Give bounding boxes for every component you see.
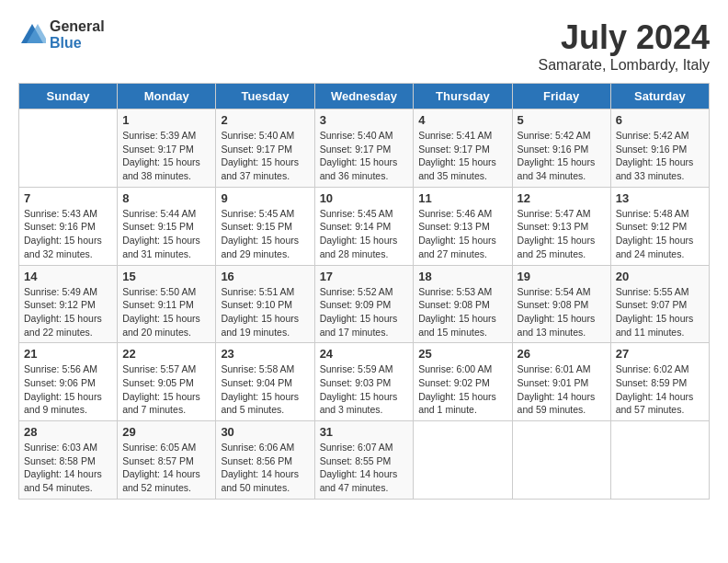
calendar-cell: 20Sunrise: 5:55 AMSunset: 9:07 PMDayligh… [610,265,709,343]
day-info: Sunrise: 5:45 AMSunset: 9:14 PMDaylight:… [320,207,409,261]
calendar-cell: 6Sunrise: 5:42 AMSunset: 9:16 PMDaylight… [610,109,709,188]
day-info: Sunrise: 5:52 AMSunset: 9:09 PMDaylight:… [320,285,409,339]
calendar-cell: 1Sunrise: 5:39 AMSunset: 9:17 PMDaylight… [118,109,216,188]
calendar-cell [19,109,118,188]
day-number: 27 [616,347,704,361]
calendar-cell [610,421,709,500]
day-number: 25 [418,347,506,361]
day-info: Sunrise: 5:40 AMSunset: 9:17 PMDaylight:… [221,129,309,183]
day-number: 22 [122,347,210,361]
weekday-header-monday: Monday [118,84,216,109]
day-number: 3 [320,113,409,127]
day-info: Sunrise: 6:06 AMSunset: 8:56 PMDaylight:… [221,441,309,495]
day-number: 5 [518,113,606,127]
day-info: Sunrise: 5:46 AMSunset: 9:13 PMDaylight:… [418,207,506,261]
calendar-cell: 28Sunrise: 6:03 AMSunset: 8:58 PMDayligh… [19,421,118,500]
day-info: Sunrise: 5:44 AMSunset: 9:15 PMDaylight:… [122,207,210,261]
day-number: 15 [122,270,210,283]
day-info: Sunrise: 5:47 AMSunset: 9:13 PMDaylight:… [518,207,606,261]
calendar-cell: 21Sunrise: 5:56 AMSunset: 9:06 PMDayligh… [19,343,118,421]
day-info: Sunrise: 5:45 AMSunset: 9:15 PMDaylight:… [221,207,309,261]
calendar-cell: 5Sunrise: 5:42 AMSunset: 9:16 PMDaylight… [512,109,610,188]
day-number: 1 [122,113,210,127]
day-info: Sunrise: 5:56 AMSunset: 9:06 PMDaylight:… [24,362,112,417]
day-number: 11 [418,191,506,205]
day-number: 24 [320,347,409,361]
weekday-header-tuesday: Tuesday [216,84,314,109]
calendar-cell: 11Sunrise: 5:46 AMSunset: 9:13 PMDayligh… [414,187,512,265]
day-number: 20 [616,270,704,283]
day-info: Sunrise: 5:49 AMSunset: 9:12 PMDaylight:… [24,285,112,339]
day-info: Sunrise: 5:58 AMSunset: 9:04 PMDaylight:… [221,362,309,417]
day-info: Sunrise: 5:55 AMSunset: 9:07 PMDaylight:… [616,285,704,339]
calendar-cell: 9Sunrise: 5:45 AMSunset: 9:15 PMDaylight… [216,187,314,265]
day-info: Sunrise: 5:53 AMSunset: 9:08 PMDaylight:… [418,285,506,339]
day-number: 23 [221,347,309,361]
day-info: Sunrise: 5:42 AMSunset: 9:16 PMDaylight:… [616,129,704,183]
day-number: 12 [518,191,606,205]
calendar-cell: 10Sunrise: 5:45 AMSunset: 9:14 PMDayligh… [314,187,414,265]
calendar-cell [414,421,512,500]
calendar-cell: 31Sunrise: 6:07 AMSunset: 8:55 PMDayligh… [314,421,414,500]
day-info: Sunrise: 6:05 AMSunset: 8:57 PMDaylight:… [122,441,210,495]
weekday-header-wednesday: Wednesday [314,84,414,109]
calendar-cell: 14Sunrise: 5:49 AMSunset: 9:12 PMDayligh… [19,265,118,343]
calendar-cell: 29Sunrise: 6:05 AMSunset: 8:57 PMDayligh… [118,421,216,500]
calendar-cell [512,421,610,500]
calendar-cell: 24Sunrise: 5:59 AMSunset: 9:03 PMDayligh… [314,343,414,421]
logo-icon [18,21,46,49]
day-info: Sunrise: 6:02 AMSunset: 8:59 PMDaylight:… [616,362,704,417]
day-info: Sunrise: 6:01 AMSunset: 9:01 PMDaylight:… [518,362,606,417]
logo: General Blue [18,18,105,52]
day-number: 4 [418,113,506,127]
day-info: Sunrise: 5:59 AMSunset: 9:03 PMDaylight:… [320,362,409,417]
location-title: Samarate, Lombardy, Italy [539,57,710,74]
calendar-table: SundayMondayTuesdayWednesdayThursdayFrid… [18,83,710,500]
weekday-header-saturday: Saturday [610,84,709,109]
day-info: Sunrise: 5:41 AMSunset: 9:17 PMDaylight:… [418,129,506,183]
calendar-cell: 7Sunrise: 5:43 AMSunset: 9:16 PMDaylight… [19,187,118,265]
day-number: 14 [24,270,112,283]
day-info: Sunrise: 6:03 AMSunset: 8:58 PMDaylight:… [24,441,112,495]
day-number: 10 [320,191,409,205]
day-info: Sunrise: 5:51 AMSunset: 9:10 PMDaylight:… [221,285,309,339]
weekday-header-friday: Friday [512,84,610,109]
day-info: Sunrise: 6:07 AMSunset: 8:55 PMDaylight:… [320,441,409,495]
calendar-cell: 8Sunrise: 5:44 AMSunset: 9:15 PMDaylight… [118,187,216,265]
day-number: 13 [616,191,704,205]
calendar-cell: 22Sunrise: 5:57 AMSunset: 9:05 PMDayligh… [118,343,216,421]
calendar-cell: 12Sunrise: 5:47 AMSunset: 9:13 PMDayligh… [512,187,610,265]
calendar-cell: 16Sunrise: 5:51 AMSunset: 9:10 PMDayligh… [216,265,314,343]
day-number: 8 [122,191,210,205]
calendar-cell: 4Sunrise: 5:41 AMSunset: 9:17 PMDaylight… [414,109,512,188]
calendar-cell: 19Sunrise: 5:54 AMSunset: 9:08 PMDayligh… [512,265,610,343]
day-info: Sunrise: 6:00 AMSunset: 9:02 PMDaylight:… [418,362,506,417]
day-info: Sunrise: 5:54 AMSunset: 9:08 PMDaylight:… [518,285,606,339]
day-info: Sunrise: 5:57 AMSunset: 9:05 PMDaylight:… [122,362,210,417]
day-info: Sunrise: 5:39 AMSunset: 9:17 PMDaylight:… [122,129,210,183]
calendar-cell: 25Sunrise: 6:00 AMSunset: 9:02 PMDayligh… [414,343,512,421]
day-info: Sunrise: 5:40 AMSunset: 9:17 PMDaylight:… [320,129,409,183]
day-number: 29 [122,425,210,439]
calendar-cell: 2Sunrise: 5:40 AMSunset: 9:17 PMDaylight… [216,109,314,188]
day-number: 7 [24,191,112,205]
day-info: Sunrise: 5:42 AMSunset: 9:16 PMDaylight:… [518,129,606,183]
calendar-cell: 3Sunrise: 5:40 AMSunset: 9:17 PMDaylight… [314,109,414,188]
title-area: July 2024 Samarate, Lombardy, Italy [539,18,710,74]
calendar-cell: 26Sunrise: 6:01 AMSunset: 9:01 PMDayligh… [512,343,610,421]
day-info: Sunrise: 5:48 AMSunset: 9:12 PMDaylight:… [616,207,704,261]
day-number: 28 [24,425,112,439]
weekday-header-sunday: Sunday [19,84,118,109]
day-number: 16 [221,270,309,283]
calendar-cell: 30Sunrise: 6:06 AMSunset: 8:56 PMDayligh… [216,421,314,500]
day-number: 9 [221,191,309,205]
calendar-cell: 13Sunrise: 5:48 AMSunset: 9:12 PMDayligh… [610,187,709,265]
day-number: 26 [518,347,606,361]
month-title: July 2024 [539,18,710,57]
calendar-cell: 18Sunrise: 5:53 AMSunset: 9:08 PMDayligh… [414,265,512,343]
calendar-cell: 27Sunrise: 6:02 AMSunset: 8:59 PMDayligh… [610,343,709,421]
day-number: 6 [616,113,704,127]
calendar-cell: 17Sunrise: 5:52 AMSunset: 9:09 PMDayligh… [314,265,414,343]
day-number: 19 [518,270,606,283]
header: General Blue July 2024 Samarate, Lombard… [18,18,710,74]
